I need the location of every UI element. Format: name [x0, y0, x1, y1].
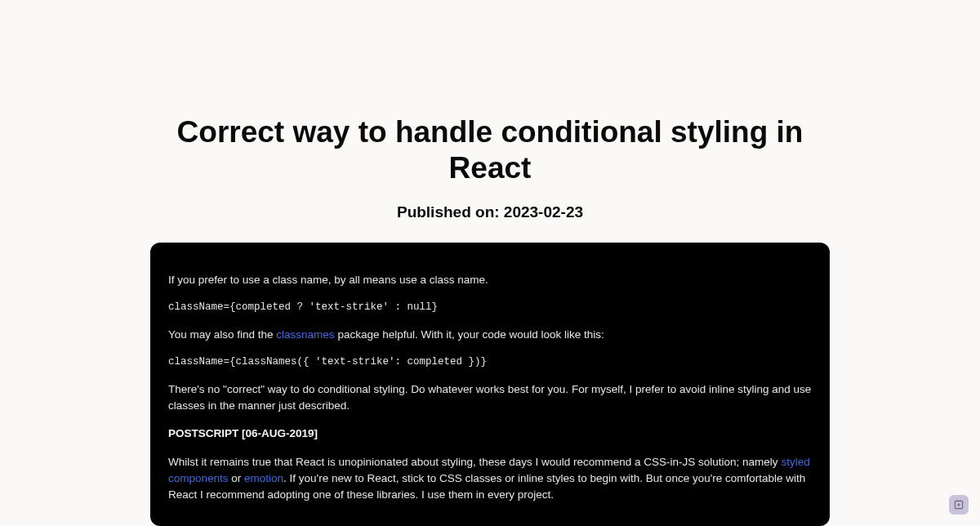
paragraph-2-before: You may also find the — [168, 328, 276, 341]
paragraph-3: There's no "correct" way to do condition… — [168, 381, 812, 415]
corner-widget-button[interactable] — [949, 495, 969, 515]
paragraph-2: You may also find the classnames package… — [168, 327, 812, 343]
widget-icon — [953, 499, 964, 510]
article-title: Correct way to handle conditional stylin… — [150, 114, 830, 187]
paragraph-1: If you prefer to use a class name, by al… — [168, 272, 812, 288]
classnames-link[interactable]: classnames — [276, 328, 334, 341]
content-box: If you prefer to use a class name, by al… — [150, 243, 830, 526]
published-date: Published on: 2023-02-23 — [150, 203, 830, 221]
paragraph-4-mid: or — [229, 472, 245, 484]
paragraph-4: Whilst it remains true that React is uno… — [168, 454, 812, 504]
emotion-link[interactable]: emotion — [244, 472, 283, 484]
postscript-header: POSTSCRIPT [06-AUG-2019] — [168, 426, 812, 442]
code-snippet-1: className={completed ? 'text-strike' : n… — [168, 300, 812, 315]
paragraph-2-after: package helpful. With it, your code woul… — [335, 328, 604, 341]
article-container: Correct way to handle conditional stylin… — [137, 0, 843, 526]
code-snippet-2: className={classNames({ 'text-strike': c… — [168, 354, 812, 370]
paragraph-4-before: Whilst it remains true that React is uno… — [168, 456, 781, 468]
